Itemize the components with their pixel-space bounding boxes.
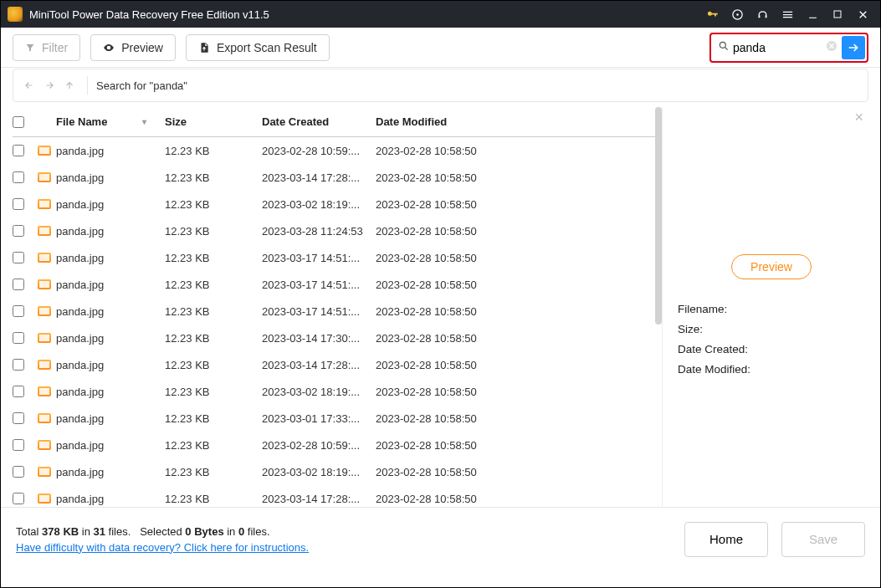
save-button[interactable]: Save	[781, 522, 865, 557]
meta-size-label: Size:	[678, 320, 868, 340]
export-button[interactable]: Export Scan Result	[186, 34, 330, 61]
sort-indicator-icon[interactable]: ▾	[142, 117, 146, 126]
funnel-icon	[25, 43, 35, 53]
separator	[87, 76, 88, 95]
file-name: panda.jpg	[56, 252, 165, 264]
filter-label: Filter	[42, 41, 68, 54]
key-icon[interactable]	[701, 3, 723, 25]
maximize-icon[interactable]	[827, 3, 848, 25]
search-go-button[interactable]	[842, 36, 865, 59]
file-size: 12.23 KB	[165, 305, 262, 318]
image-file-icon	[38, 467, 51, 477]
row-checkbox[interactable]	[13, 493, 24, 504]
nav-back-icon[interactable]	[23, 79, 35, 91]
svg-rect-2	[834, 11, 841, 18]
preview-button[interactable]: Preview	[90, 34, 176, 61]
clear-search-icon[interactable]	[825, 39, 838, 56]
file-size: 12.23 KB	[165, 466, 262, 478]
close-panel-icon[interactable]: ×	[854, 109, 863, 126]
side-preview-button[interactable]: Preview	[731, 254, 812, 279]
row-checkbox[interactable]	[13, 332, 24, 344]
file-size: 12.23 KB	[165, 493, 262, 505]
file-modified: 2023-02-28 10:58:50	[376, 439, 510, 452]
file-name: panda.jpg	[56, 412, 165, 425]
image-file-icon	[38, 253, 51, 263]
file-created: 2023-03-17 14:51:...	[262, 279, 376, 291]
file-modified: 2023-02-28 10:58:50	[376, 493, 510, 505]
col-created[interactable]: Date Created	[262, 115, 376, 128]
file-modified: 2023-02-28 10:58:50	[376, 145, 510, 157]
file-name: panda.jpg	[56, 439, 165, 452]
meta-modified-label: Date Modified:	[678, 360, 868, 380]
row-checkbox[interactable]	[13, 225, 24, 237]
svg-point-1	[736, 13, 739, 16]
file-created: 2023-03-14 17:28:...	[262, 359, 376, 371]
svg-point-3	[720, 42, 725, 48]
file-created: 2023-03-14 17:30:...	[262, 332, 376, 345]
table-row[interactable]: panda.jpg12.23 KB2023-03-14 17:28:...202…	[13, 351, 657, 378]
file-modified: 2023-02-28 10:58:50	[376, 198, 510, 211]
row-checkbox[interactable]	[13, 466, 24, 478]
row-checkbox[interactable]	[13, 386, 24, 397]
menu-icon[interactable]	[776, 3, 798, 25]
table-row[interactable]: panda.jpg12.23 KB2023-03-17 14:51:...202…	[13, 271, 657, 298]
file-created: 2023-03-02 18:19:...	[262, 386, 376, 398]
image-file-icon	[38, 306, 51, 316]
file-name: panda.jpg	[56, 332, 165, 345]
file-modified: 2023-02-28 10:58:50	[376, 466, 510, 478]
file-name: panda.jpg	[56, 305, 165, 318]
row-checkbox[interactable]	[13, 359, 24, 371]
help-link[interactable]: Have difficulty with data recovery? Clic…	[16, 541, 309, 554]
table-row[interactable]: panda.jpg12.23 KB2023-03-01 17:33:...202…	[13, 405, 657, 432]
image-file-icon	[38, 226, 51, 236]
table-row[interactable]: panda.jpg12.23 KB2023-03-14 17:30:...202…	[13, 325, 657, 351]
col-name[interactable]: File Name	[56, 115, 107, 128]
image-file-icon	[38, 386, 51, 396]
home-button[interactable]: Home	[684, 522, 768, 557]
table-row[interactable]: panda.jpg12.23 KB2023-03-02 18:19:...202…	[13, 458, 657, 485]
filter-button[interactable]: Filter	[13, 34, 80, 61]
file-size: 12.23 KB	[165, 412, 262, 425]
close-icon[interactable]	[852, 3, 873, 25]
table-row[interactable]: panda.jpg12.23 KB2023-03-02 18:19:...202…	[13, 378, 657, 405]
image-file-icon	[38, 172, 51, 182]
minimize-icon[interactable]	[802, 3, 823, 25]
table-row[interactable]: panda.jpg12.23 KB2023-03-14 17:28:...202…	[13, 485, 657, 505]
side-panel: × Preview Filename: Size: Date Created: …	[674, 107, 868, 507]
scrollbar[interactable]	[655, 107, 662, 325]
nav-forward-icon[interactable]	[44, 79, 55, 91]
table-row[interactable]: panda.jpg12.23 KB2023-02-28 10:59:...202…	[13, 137, 657, 164]
table-row[interactable]: panda.jpg12.23 KB2023-03-14 17:28:...202…	[13, 164, 657, 191]
row-checkbox[interactable]	[13, 198, 24, 210]
file-size: 12.23 KB	[165, 332, 262, 345]
row-checkbox[interactable]	[13, 305, 24, 317]
image-file-icon	[38, 440, 51, 450]
search-input[interactable]	[733, 41, 825, 54]
nav-up-icon[interactable]	[64, 79, 75, 91]
file-modified: 2023-02-28 10:58:50	[376, 252, 510, 264]
image-file-icon	[38, 413, 51, 423]
row-checkbox[interactable]	[13, 145, 24, 156]
table-row[interactable]: panda.jpg12.23 KB2023-02-28 10:59:...202…	[13, 432, 657, 458]
file-modified: 2023-02-28 10:58:50	[376, 305, 510, 318]
table-row[interactable]: panda.jpg12.23 KB2023-03-02 18:19:...202…	[13, 191, 657, 217]
row-checkbox[interactable]	[13, 252, 24, 263]
table-row[interactable]: panda.jpg12.23 KB2023-03-17 14:51:...202…	[13, 244, 657, 271]
file-modified: 2023-02-28 10:58:50	[376, 386, 510, 398]
row-checkbox[interactable]	[13, 171, 24, 183]
image-file-icon	[38, 333, 51, 343]
disc-icon[interactable]	[726, 3, 748, 25]
row-checkbox[interactable]	[13, 279, 24, 290]
breadcrumb-text: Search for "panda"	[96, 79, 187, 92]
footer: Total 378 KB in 31 files. Selected 0 Byt…	[1, 507, 880, 570]
select-all-checkbox[interactable]	[13, 116, 24, 128]
row-checkbox[interactable]	[13, 412, 24, 424]
col-modified[interactable]: Date Modified	[376, 115, 510, 128]
search-box	[709, 33, 868, 63]
file-name: panda.jpg	[56, 493, 165, 505]
row-checkbox[interactable]	[13, 439, 24, 451]
col-size[interactable]: Size	[165, 115, 262, 128]
headphones-icon[interactable]	[751, 3, 773, 25]
table-row[interactable]: panda.jpg12.23 KB2023-03-28 11:24:532023…	[13, 217, 657, 244]
table-row[interactable]: panda.jpg12.23 KB2023-03-17 14:51:...202…	[13, 298, 657, 325]
